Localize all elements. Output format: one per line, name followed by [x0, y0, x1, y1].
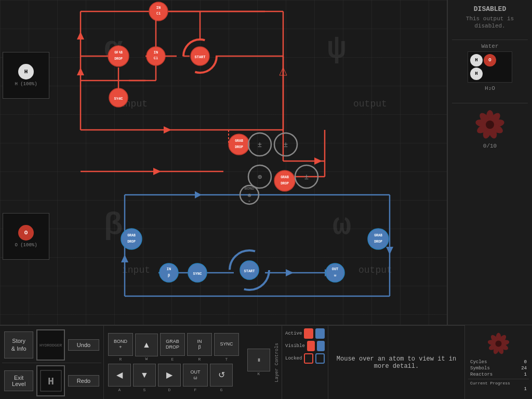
svg-marker-92 — [286, 269, 294, 276]
svg-text:GRAB: GRAB — [235, 139, 243, 143]
water-section: Water H O H H₂O — [452, 43, 528, 94]
arrow-down-button[interactable]: ▼ — [133, 364, 156, 387]
game-area: α input ψ output β input ω output — [0, 0, 447, 325]
toolbar-row-1: BOND + R ▲ W GRAB DROP E IN — [108, 333, 239, 362]
svg-marker-75 — [314, 157, 322, 165]
toolbar-left-top: Story & Info HYDRODGER Undo — [2, 327, 101, 363]
svg-text:DROP: DROP — [127, 240, 136, 244]
undo-redo: Undo — [68, 339, 99, 351]
svg-text:⊕: ⊕ — [258, 173, 262, 181]
layer-active-blue[interactable] — [315, 328, 325, 339]
exit-level-button[interactable]: Exit Level — [4, 370, 33, 391]
info-text: Mouse over an atom to view it in more de… — [332, 355, 460, 370]
svg-marker-90 — [195, 191, 202, 198]
svg-marker-6 — [77, 68, 84, 75]
disabled-text: This output is disabled. — [452, 15, 528, 30]
toolbar-left-bottom: Exit Level H Redo — [2, 363, 101, 398]
in-beta-button[interactable]: IN β — [187, 333, 212, 356]
svg-text:DROP: DROP — [235, 145, 243, 149]
pause-button[interactable]: ⏸ — [247, 349, 270, 371]
stats-flower — [484, 329, 513, 358]
svg-marker-91 — [386, 247, 393, 255]
svg-point-66 — [159, 263, 178, 282]
progress-flower — [472, 107, 508, 143]
symbols-row: Symbols 24 — [468, 365, 529, 371]
bond-plus-button[interactable]: BOND + — [108, 333, 133, 356]
svg-text:±: ± — [258, 141, 262, 149]
svg-text:Cl: Cl — [156, 11, 161, 16]
svg-marker-8 — [164, 126, 171, 134]
layer-locked-blue[interactable] — [315, 353, 325, 364]
toolbar-main: BOND + R ▲ W GRAB DROP E IN — [104, 331, 243, 394]
svg-text:⊕: ⊕ — [247, 192, 251, 200]
reactors-val: 1 — [524, 372, 527, 377]
svg-text:START: START — [194, 55, 205, 59]
disabled-label: DISABLED — [452, 5, 528, 13]
svg-text:BOND: BOND — [244, 186, 254, 191]
svg-point-60 — [368, 229, 389, 249]
current-progress-row: Current Progress — [468, 380, 529, 386]
svg-text:GRAB: GRAB — [127, 234, 136, 237]
layer-locked-label: Locked — [285, 356, 302, 361]
current-progress-label: Current Progress — [470, 381, 510, 385]
grab-drop-button-e[interactable]: GRAB DROP — [160, 333, 185, 356]
svg-text:IN: IN — [167, 267, 171, 271]
cycles-val: 0 — [524, 360, 527, 365]
layer-visible-red[interactable] — [307, 341, 315, 351]
reactors-label: Reactors — [470, 372, 493, 377]
svg-point-114 — [496, 341, 502, 347]
svg-text:H: H — [48, 376, 54, 388]
h2o-label: H₂O — [452, 85, 528, 91]
mol-h2: H — [470, 68, 483, 80]
stats-panel: Cycles 0 Symbols 24 Reactors 1 Current P… — [464, 325, 532, 399]
svg-text:SYNC: SYNC — [193, 272, 202, 276]
svg-text:GRAB: GRAB — [281, 176, 289, 179]
mol-empty2 — [484, 68, 496, 80]
svg-text:OUT: OUT — [332, 267, 339, 271]
pause-section: ⏸ K — [247, 349, 270, 376]
svg-text:β: β — [168, 273, 170, 277]
cycles-label: Cycles — [470, 360, 487, 365]
svg-text:GRAB: GRAB — [374, 234, 382, 237]
sync-button-t[interactable]: SYNC — [214, 333, 239, 356]
svg-point-57 — [121, 229, 142, 249]
layer-controls: Active Visible Locked — [282, 325, 328, 399]
layer-active-row: Active — [285, 328, 325, 339]
redo-button[interactable]: Redo — [68, 375, 99, 387]
svg-text:DROP: DROP — [374, 240, 382, 244]
toolbar-row-2: ◀ A ▼ S ▶ D OUT ω F ↺ G — [108, 364, 239, 392]
out-omega-button[interactable]: OUT ω — [183, 364, 208, 387]
layer-locked-red[interactable] — [304, 353, 313, 364]
toolbar-left: Story & Info HYDRODGER Undo Exit Level H… — [0, 325, 104, 399]
arrow-right-button[interactable]: ▶ — [158, 364, 181, 387]
layer-visible-blue[interactable] — [317, 341, 325, 351]
molecule-symbol-box: H — [36, 365, 65, 396]
water-label: Water — [452, 43, 528, 49]
arrow-left-button[interactable]: ◀ — [108, 364, 131, 387]
story-info-button[interactable]: Story & Info — [4, 331, 33, 358]
svg-marker-15 — [153, 168, 161, 175]
disabled-section: DISABLED This output is disabled. — [452, 5, 528, 30]
svg-text:±: ± — [304, 173, 309, 181]
layer-visible-label: Visible — [285, 343, 305, 349]
svg-text:DROP: DROP — [281, 182, 289, 185]
rotate-button[interactable]: ↺ — [210, 364, 233, 387]
layer-controls-wrapper: Layer Controls Active Visible Locked — [274, 325, 328, 399]
svg-text:IN: IN — [156, 6, 161, 10]
svg-point-71 — [326, 263, 344, 282]
svg-point-102 — [486, 121, 494, 129]
svg-text:+: + — [248, 199, 251, 204]
svg-marker-23 — [121, 255, 128, 262]
progress-label: 0/10 — [483, 143, 497, 149]
arrow-up-button[interactable]: ▲ — [135, 334, 158, 356]
hydrodger-box: HYDRODGER — [36, 329, 65, 361]
layer-controls-label: Layer Controls — [274, 343, 280, 382]
layer-active-red[interactable] — [304, 328, 313, 339]
svg-point-39 — [229, 134, 249, 155]
circuit-svg: IN Cl GRAB DROP IN Cl START SYNC GRAB DR… — [0, 0, 447, 325]
hydrodger-label: HYDRODGER — [39, 343, 62, 348]
undo-button[interactable]: Undo — [68, 339, 99, 351]
mol-empty1 — [497, 54, 510, 66]
redo-col: Redo — [68, 375, 99, 387]
symbols-val: 24 — [521, 366, 527, 371]
